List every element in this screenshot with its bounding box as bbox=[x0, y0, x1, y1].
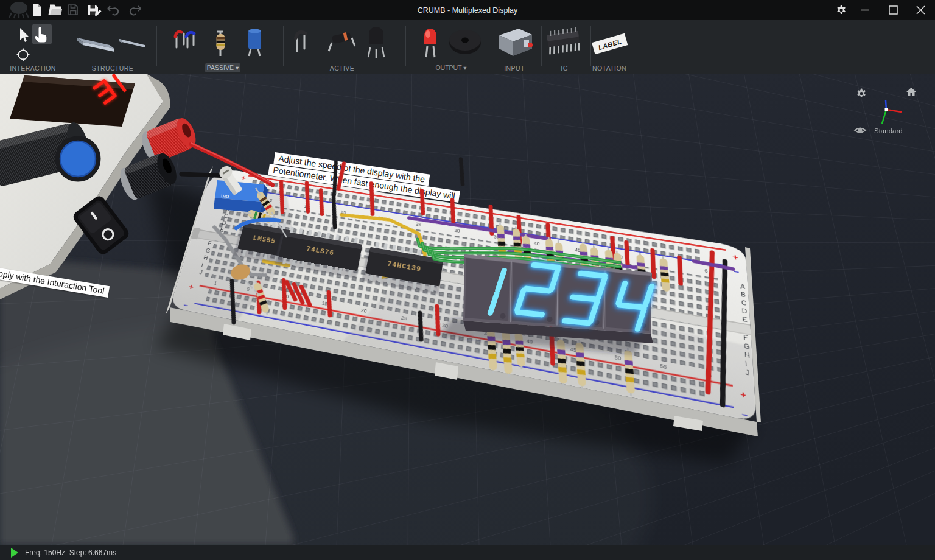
svg-text:Standard: Standard bbox=[874, 127, 903, 135]
svg-text:CRUMB - Multiplexed Display: CRUMB - Multiplexed Display bbox=[418, 6, 518, 15]
